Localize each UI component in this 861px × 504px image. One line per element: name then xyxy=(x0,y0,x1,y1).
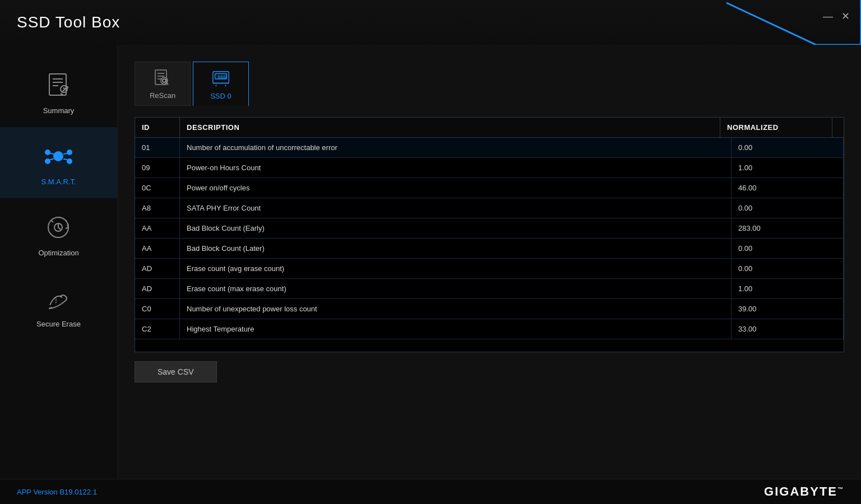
svg-line-16 xyxy=(63,153,67,154)
summary-icon xyxy=(42,68,76,102)
main-layout: Summary S.M.A.R.T. xyxy=(0,45,861,504)
col-header-id: ID xyxy=(135,118,180,137)
app-title: SSD Tool Box xyxy=(17,13,120,31)
cell-id: C0 xyxy=(135,299,180,319)
title-accent xyxy=(682,0,861,45)
cell-id: 09 xyxy=(135,158,180,178)
sidebar-item-summary[interactable]: Summary xyxy=(0,56,117,127)
cell-description: Bad Block Count (Early) xyxy=(180,218,732,238)
svg-line-17 xyxy=(50,159,54,160)
sidebar-label-smart: S.M.A.R.T. xyxy=(41,178,76,186)
cell-description: SATA PHY Error Count xyxy=(180,198,732,218)
svg-point-12 xyxy=(67,150,72,155)
svg-line-18 xyxy=(63,159,67,160)
cell-id: A8 xyxy=(135,198,180,218)
table-row[interactable]: 0C Power on/off cycles 46.00 xyxy=(135,178,844,198)
brand-logo: GIGABYTE™ xyxy=(764,484,844,499)
tab-ssd0[interactable]: SSD SSD 0 xyxy=(193,62,249,106)
svg-point-14 xyxy=(67,159,72,164)
table-row[interactable]: AA Bad Block Count (Early) 283.00 xyxy=(135,218,844,239)
cell-description: Number of unexpected power loss count xyxy=(180,299,732,319)
cell-normalized: 0.00 xyxy=(732,259,844,278)
tab-bar: ReScan SSD SSD 0 xyxy=(135,62,844,106)
cell-normalized: 0.00 xyxy=(732,198,844,218)
table-row[interactable]: AD Erase count (avg erase count) 0.00 xyxy=(135,259,844,279)
table-row[interactable]: AD Erase count (max erase count) 1.00 xyxy=(135,279,844,299)
cell-id: AD xyxy=(135,279,180,298)
cell-normalized: 1.00 xyxy=(732,279,844,298)
minimize-button[interactable]: — xyxy=(823,11,833,21)
tab-rescan[interactable]: ReScan xyxy=(135,62,191,106)
cell-normalized: 1.00 xyxy=(732,158,844,178)
cell-id: 0C xyxy=(135,178,180,198)
sidebar-item-secure-erase[interactable]: Secure Erase xyxy=(0,269,117,340)
app-version: APP Version B19.0122.1 xyxy=(17,488,97,496)
svg-line-15 xyxy=(50,153,54,154)
sidebar-label-secure-erase: Secure Erase xyxy=(36,320,81,328)
table-body[interactable]: 01 Number of accumulation of uncorrectab… xyxy=(135,138,844,352)
secure-erase-icon xyxy=(42,282,76,315)
svg-line-9 xyxy=(61,94,63,95)
table-row[interactable]: 01 Number of accumulation of uncorrectab… xyxy=(135,138,844,158)
brand-name: GIGABYTE xyxy=(764,484,837,498)
sidebar-item-smart[interactable]: S.M.A.R.T. xyxy=(0,127,117,198)
table-row[interactable]: A8 SATA PHY Error Count 0.00 xyxy=(135,198,844,218)
sidebar-item-optimization[interactable]: Optimization xyxy=(0,198,117,269)
save-csv-button[interactable]: Save CSV xyxy=(135,361,217,382)
close-button[interactable]: ✕ xyxy=(841,11,850,21)
svg-point-13 xyxy=(45,159,50,164)
title-bar: SSD Tool Box — ✕ xyxy=(0,0,861,45)
sidebar-label-summary: Summary xyxy=(43,106,75,115)
window-controls: — ✕ xyxy=(823,11,850,21)
sidebar-label-optimization: Optimization xyxy=(38,249,78,257)
cell-id: C2 xyxy=(135,319,180,339)
col-header-description: DESCRIPTION xyxy=(180,118,720,137)
cell-description: Power on/off cycles xyxy=(180,178,732,198)
cell-normalized: 0.00 xyxy=(732,239,844,258)
content-area: ReScan SSD SSD 0 xyxy=(118,45,861,504)
brand-tm: ™ xyxy=(837,486,844,492)
version-number: B19.0122.1 xyxy=(59,488,97,496)
cell-description: Highest Temperature xyxy=(180,319,732,339)
svg-text:SSD: SSD xyxy=(217,74,226,80)
cell-normalized: 283.00 xyxy=(732,218,844,238)
sidebar: Summary S.M.A.R.T. xyxy=(0,45,118,504)
cell-normalized: 0.00 xyxy=(732,138,844,157)
svg-point-11 xyxy=(45,150,50,155)
smart-icon xyxy=(42,139,76,173)
cell-description: Bad Block Count (Later) xyxy=(180,239,732,258)
table-row[interactable]: AA Bad Block Count (Later) 0.00 xyxy=(135,239,844,259)
cell-normalized: 39.00 xyxy=(732,299,844,319)
cell-normalized: 33.00 xyxy=(732,319,844,339)
table-header: ID DESCRIPTION NORMALIZED xyxy=(135,118,844,138)
ssd0-tab-icon: SSD xyxy=(211,68,231,88)
footer: APP Version B19.0122.1 GIGABYTE™ xyxy=(0,479,861,504)
cell-normalized: 46.00 xyxy=(732,178,844,198)
svg-point-10 xyxy=(54,152,63,161)
table-row[interactable]: C0 Number of unexpected power loss count… xyxy=(135,299,844,319)
table-row[interactable]: C2 Highest Temperature 33.00 xyxy=(135,319,844,339)
col-header-normalized: NORMALIZED xyxy=(720,118,832,137)
cell-description: Power-on Hours Count xyxy=(180,158,732,178)
cell-description: Erase count (avg erase count) xyxy=(180,259,732,278)
table-row[interactable]: 09 Power-on Hours Count 1.00 xyxy=(135,158,844,178)
cell-id: 01 xyxy=(135,138,180,157)
version-label: APP Version xyxy=(17,488,58,496)
cell-id: AA xyxy=(135,239,180,258)
cell-description: Erase count (max erase count) xyxy=(180,279,732,298)
optimization-icon xyxy=(42,211,76,244)
smart-table: ID DESCRIPTION NORMALIZED 01 Number of a… xyxy=(135,117,844,352)
cell-id: AA xyxy=(135,218,180,238)
cell-description: Number of accumulation of uncorrectable … xyxy=(180,138,732,157)
rescan-tab-icon xyxy=(152,68,173,88)
tab-rescan-label: ReScan xyxy=(150,91,175,100)
tab-ssd0-label: SSD 0 xyxy=(210,92,232,100)
svg-point-27 xyxy=(163,79,166,82)
cell-id: AD xyxy=(135,259,180,278)
